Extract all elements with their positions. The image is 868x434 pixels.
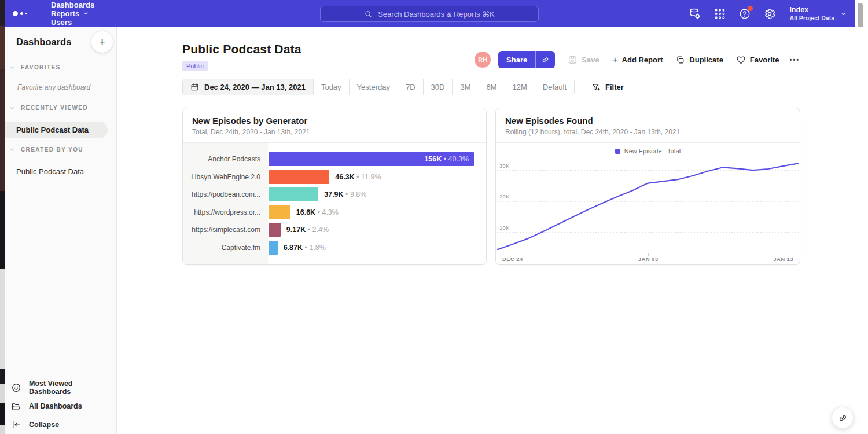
- y-tick-label: 30K: [499, 163, 510, 169]
- favorite-button[interactable]: Favorite: [736, 55, 779, 65]
- y-tick-label: 10K: [499, 225, 510, 231]
- link-icon: [838, 413, 848, 423]
- data-sources-icon[interactable]: [689, 8, 701, 20]
- bar-category-label: Captivate.fm: [183, 244, 268, 252]
- collapse-icon: [11, 420, 21, 430]
- most-viewed-dashboards-button[interactable]: Most Viewed Dashboards: [5, 378, 116, 397]
- card-title: New Episodes by Generator: [192, 116, 477, 126]
- sidebar-item-public-podcast-data-recent[interactable]: Public Podcast Data: [5, 122, 108, 138]
- bar-row: Libsyn WebEngine 2.046.3K • 11.9%: [183, 168, 486, 186]
- bar-segment[interactable]: [269, 223, 281, 237]
- duplicate-button[interactable]: Duplicate: [675, 55, 723, 65]
- card-subtitle: Rolling (12 hours), total, Dec 24th, 202…: [505, 128, 790, 136]
- x-tick-label: DEC 24: [502, 256, 523, 262]
- top-navbar: DashboardsReportsUsers Search Dashboards…: [5, 0, 855, 27]
- bar-chart-rows: Anchor Podcasts156K • 40.3%Libsyn WebEng…: [183, 143, 486, 256]
- copy-icon: [675, 55, 685, 65]
- funnel-plus-icon: [591, 83, 601, 92]
- chevron-down-icon: [9, 147, 15, 153]
- chart-legend[interactable]: New Episode - Total: [496, 148, 800, 155]
- more-actions-button[interactable]: •••: [789, 56, 800, 63]
- preset-7d[interactable]: 7D: [398, 79, 423, 95]
- page-actions: RH Share Save + Add Report Duplicate Fav…: [475, 51, 800, 68]
- heart-icon: [736, 55, 746, 65]
- section-created-by-you[interactable]: CREATED BY YOU: [9, 146, 83, 153]
- bar-row: https://wordpress.or...16.6K • 4.3%: [183, 204, 486, 222]
- avatar[interactable]: RH: [475, 52, 491, 68]
- help-icon[interactable]: [738, 8, 751, 20]
- collapse-sidebar-button[interactable]: Collapse: [5, 415, 116, 434]
- all-dashboards-button[interactable]: All Dashboards: [5, 397, 116, 415]
- bar-value-label: 46.3K • 11.9%: [335, 173, 381, 181]
- filter-button[interactable]: Filter: [591, 83, 624, 92]
- nav-item-reports[interactable]: Reports: [51, 9, 94, 18]
- app-logo-icon[interactable]: [13, 11, 37, 16]
- bar-category-label: https://podbean.com...: [183, 190, 268, 198]
- settings-gear-icon[interactable]: [763, 8, 776, 20]
- bar-value-label: 37.9K • 9.8%: [324, 190, 366, 198]
- date-range-picker[interactable]: Dec 24, 2020 — Jan 13, 2021: [183, 79, 313, 95]
- smiley-icon: [11, 382, 21, 393]
- date-toolbar: Dec 24, 2020 — Jan 13, 2021 TodayYesterd…: [182, 79, 624, 95]
- legend-label: New Episode - Total: [624, 148, 681, 155]
- preset-3m[interactable]: 3M: [452, 79, 478, 95]
- add-report-button[interactable]: + Add Report: [612, 55, 663, 65]
- favorites-empty-hint: Favorite any dashboard: [17, 83, 90, 91]
- card-subtitle: Total, Dec 24th, 2020 - Jan 13th, 2021: [192, 128, 477, 136]
- line-chart: New Episode - Total 10K20K30K DEC 24 JAN…: [496, 143, 800, 264]
- sidebar-title: Dashboards: [16, 36, 71, 47]
- visibility-badge: Public: [182, 61, 208, 71]
- preset-default[interactable]: Default: [535, 79, 574, 95]
- desktop-edge: [0, 0, 5, 434]
- primary-nav: DashboardsReportsUsers: [37, 1, 94, 27]
- bar-category-label: Libsyn WebEngine 2.0: [183, 173, 268, 181]
- save-icon: [568, 55, 578, 65]
- bar-segment[interactable]: [269, 187, 318, 201]
- card-new-episodes-by-generator: New Episodes by Generator Total, Dec 24t…: [182, 108, 487, 265]
- bar-value-label: 6.87K • 1.8%: [284, 244, 326, 252]
- card-header: New Episodes by Generator Total, Dec 24t…: [183, 108, 486, 143]
- calendar-icon: [190, 83, 199, 91]
- bar-row: Captivate.fm6.87K • 1.8%: [183, 239, 486, 257]
- preset-today[interactable]: Today: [313, 79, 349, 95]
- legend-swatch: [615, 149, 620, 154]
- project-subtitle: All Project Data: [789, 14, 834, 21]
- y-tick-label: 20K: [499, 193, 510, 200]
- apps-grid-icon[interactable]: [713, 8, 726, 20]
- floating-share-link-button[interactable]: [832, 407, 854, 429]
- bar-segment[interactable]: 156K • 40.3%: [269, 152, 474, 166]
- share-button[interactable]: Share: [498, 51, 555, 68]
- project-name: Index: [789, 6, 834, 14]
- sidebar-item-public-podcast-data-created[interactable]: Public Podcast Data: [5, 164, 108, 179]
- navbar-right-cluster: Index All Project Data: [689, 0, 847, 27]
- main-content: Public Podcast Data Public RH Share Save…: [117, 27, 868, 434]
- preset-yesterday[interactable]: Yesterday: [349, 79, 398, 95]
- project-switcher[interactable]: Index All Project Data: [789, 6, 847, 21]
- bar-row: Anchor Podcasts156K • 40.3%: [183, 150, 486, 168]
- x-tick-label: JAN 13: [773, 256, 793, 262]
- global-search-input[interactable]: Search Dashboards & Reports ⌘K: [320, 6, 539, 22]
- section-recently-viewed[interactable]: RECENTLY VIEWED: [9, 105, 88, 111]
- bar-category-label: https://simplecast.com: [183, 226, 268, 234]
- bar-segment[interactable]: [269, 241, 278, 255]
- nav-item-users[interactable]: Users: [51, 18, 94, 27]
- bar-segment[interactable]: [269, 170, 329, 184]
- copy-share-link-button[interactable]: [535, 51, 555, 68]
- section-favorites[interactable]: FAVORITES: [9, 64, 61, 71]
- date-segmented-control: Dec 24, 2020 — Jan 13, 2021 TodayYesterd…: [182, 79, 575, 95]
- preset-6m[interactable]: 6M: [479, 79, 505, 95]
- bar-category-label: Anchor Podcasts: [183, 155, 268, 163]
- nav-item-dashboards[interactable]: Dashboards: [51, 1, 94, 9]
- bar-category-label: https://wordpress.or...: [183, 208, 268, 216]
- folder-icon: [11, 401, 21, 411]
- page-title: Public Podcast Data: [182, 42, 301, 56]
- preset-12m[interactable]: 12M: [505, 79, 535, 95]
- bar-segment[interactable]: [269, 205, 290, 219]
- line-series[interactable]: [498, 163, 798, 249]
- add-dashboard-button[interactable]: +: [91, 31, 113, 53]
- line-chart-svg[interactable]: 10K20K30K: [497, 160, 799, 253]
- sidebar: Dashboards + FAVORITES Favorite any dash…: [5, 27, 117, 434]
- preset-30d[interactable]: 30D: [423, 79, 453, 95]
- save-button[interactable]: Save: [568, 55, 599, 65]
- x-tick-label: JAN 03: [638, 256, 659, 262]
